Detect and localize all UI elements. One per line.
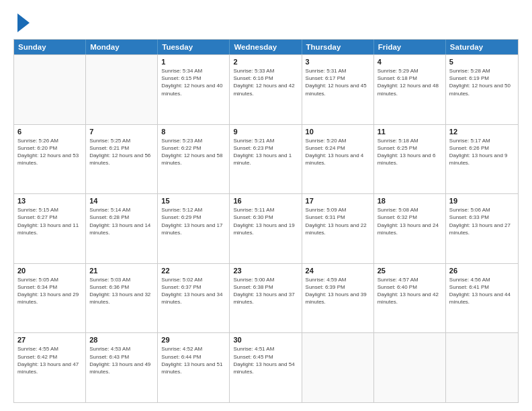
calendar-cell: 4Sunrise: 5:29 AM Sunset: 6:18 PM Daylig… [374,55,446,124]
day-number: 1 [161,58,226,66]
calendar-row: 13Sunrise: 5:15 AM Sunset: 6:27 PM Dayli… [14,193,518,263]
day-info: Sunrise: 5:28 AM Sunset: 6:19 PM Dayligh… [449,67,515,97]
day-number: 30 [233,336,298,344]
day-info: Sunrise: 5:05 AM Sunset: 6:34 PM Dayligh… [17,276,82,306]
calendar-header-row: SundayMondayTuesdayWednesdayThursdayFrid… [14,40,518,54]
calendar-cell: 24Sunrise: 4:59 AM Sunset: 6:39 PM Dayli… [302,264,374,333]
calendar-row: 6Sunrise: 5:26 AM Sunset: 6:20 PM Daylig… [14,124,518,194]
day-number: 13 [17,197,82,205]
day-info: Sunrise: 5:31 AM Sunset: 6:17 PM Dayligh… [306,67,370,97]
day-number: 10 [306,128,370,136]
day-info: Sunrise: 4:55 AM Sunset: 6:42 PM Dayligh… [17,345,82,375]
day-info: Sunrise: 4:57 AM Sunset: 6:40 PM Dayligh… [378,276,442,306]
day-number: 21 [89,267,154,275]
calendar-cell: 19Sunrise: 5:06 AM Sunset: 6:33 PM Dayli… [446,194,518,263]
calendar-header-cell: Friday [374,40,446,54]
calendar-cell: 17Sunrise: 5:09 AM Sunset: 6:31 PM Dayli… [302,194,374,263]
day-info: Sunrise: 5:02 AM Sunset: 6:37 PM Dayligh… [161,276,226,306]
page: SundayMondayTuesdayWednesdayThursdayFrid… [0,0,532,411]
day-number: 16 [233,197,298,205]
day-number: 28 [89,336,154,344]
day-number: 29 [161,336,226,344]
calendar-cell: 22Sunrise: 5:02 AM Sunset: 6:37 PM Dayli… [158,264,230,333]
calendar-cell: 5Sunrise: 5:28 AM Sunset: 6:19 PM Daylig… [446,55,518,124]
day-info: Sunrise: 4:51 AM Sunset: 6:45 PM Dayligh… [233,345,298,375]
calendar-cell-empty [302,333,374,402]
day-info: Sunrise: 5:34 AM Sunset: 6:15 PM Dayligh… [161,67,226,97]
calendar-header-cell: Thursday [302,40,374,54]
day-info: Sunrise: 4:52 AM Sunset: 6:44 PM Dayligh… [161,345,226,375]
calendar-cell-empty [446,333,518,402]
day-number: 8 [161,128,226,136]
calendar-body: 1Sunrise: 5:34 AM Sunset: 6:15 PM Daylig… [14,54,518,402]
calendar-cell: 29Sunrise: 4:52 AM Sunset: 6:44 PM Dayli… [158,333,230,402]
calendar-cell: 30Sunrise: 4:51 AM Sunset: 6:45 PM Dayli… [230,333,302,402]
calendar-cell: 9Sunrise: 5:21 AM Sunset: 6:23 PM Daylig… [230,125,302,194]
day-number: 15 [161,197,226,205]
day-info: Sunrise: 4:53 AM Sunset: 6:43 PM Dayligh… [89,345,154,375]
calendar-cell: 18Sunrise: 5:08 AM Sunset: 6:32 PM Dayli… [374,194,446,263]
calendar-cell: 25Sunrise: 4:57 AM Sunset: 6:40 PM Dayli… [374,264,446,333]
day-number: 7 [89,128,154,136]
day-number: 26 [449,267,515,275]
logo [13,12,30,32]
day-info: Sunrise: 5:23 AM Sunset: 6:22 PM Dayligh… [161,137,226,167]
calendar-cell: 26Sunrise: 4:56 AM Sunset: 6:41 PM Dayli… [446,264,518,333]
day-number: 6 [17,128,82,136]
calendar-cell: 14Sunrise: 5:14 AM Sunset: 6:28 PM Dayli… [86,194,158,263]
day-number: 17 [306,197,370,205]
calendar-header-cell: Saturday [446,40,518,54]
day-number: 12 [449,128,515,136]
day-info: Sunrise: 5:00 AM Sunset: 6:38 PM Dayligh… [233,276,298,306]
calendar-cell: 27Sunrise: 4:55 AM Sunset: 6:42 PM Dayli… [14,333,86,402]
header [13,12,519,32]
day-number: 5 [449,58,515,66]
calendar-cell: 12Sunrise: 5:17 AM Sunset: 6:26 PM Dayli… [446,125,518,194]
day-number: 14 [89,197,154,205]
day-info: Sunrise: 5:18 AM Sunset: 6:25 PM Dayligh… [378,137,442,167]
calendar-cell: 10Sunrise: 5:20 AM Sunset: 6:24 PM Dayli… [302,125,374,194]
calendar-header-cell: Sunday [14,40,86,54]
day-number: 24 [306,267,370,275]
calendar-cell: 8Sunrise: 5:23 AM Sunset: 6:22 PM Daylig… [158,125,230,194]
calendar-cell: 3Sunrise: 5:31 AM Sunset: 6:17 PM Daylig… [302,55,374,124]
calendar-cell: 20Sunrise: 5:05 AM Sunset: 6:34 PM Dayli… [14,264,86,333]
day-info: Sunrise: 5:03 AM Sunset: 6:36 PM Dayligh… [89,276,154,306]
calendar-row: 27Sunrise: 4:55 AM Sunset: 6:42 PM Dayli… [14,332,518,402]
day-info: Sunrise: 5:29 AM Sunset: 6:18 PM Dayligh… [378,67,442,97]
calendar-cell: 6Sunrise: 5:26 AM Sunset: 6:20 PM Daylig… [14,125,86,194]
day-info: Sunrise: 4:56 AM Sunset: 6:41 PM Dayligh… [449,276,515,306]
day-number: 27 [17,336,82,344]
calendar-cell: 2Sunrise: 5:33 AM Sunset: 6:16 PM Daylig… [230,55,302,124]
calendar-row: 1Sunrise: 5:34 AM Sunset: 6:15 PM Daylig… [14,54,518,124]
calendar-cell: 1Sunrise: 5:34 AM Sunset: 6:15 PM Daylig… [158,55,230,124]
calendar-cell-empty [14,55,86,124]
calendar-cell: 7Sunrise: 5:25 AM Sunset: 6:21 PM Daylig… [86,125,158,194]
calendar-cell-empty [374,333,446,402]
calendar-header-cell: Monday [86,40,158,54]
day-number: 9 [233,128,298,136]
calendar-row: 20Sunrise: 5:05 AM Sunset: 6:34 PM Dayli… [14,263,518,333]
day-number: 25 [378,267,442,275]
day-info: Sunrise: 5:26 AM Sunset: 6:20 PM Dayligh… [17,137,82,167]
calendar-cell-empty [86,55,158,124]
day-info: Sunrise: 5:20 AM Sunset: 6:24 PM Dayligh… [306,137,370,167]
day-info: Sunrise: 4:59 AM Sunset: 6:39 PM Dayligh… [306,276,370,306]
day-info: Sunrise: 5:06 AM Sunset: 6:33 PM Dayligh… [449,206,515,236]
day-info: Sunrise: 5:17 AM Sunset: 6:26 PM Dayligh… [449,137,515,167]
day-info: Sunrise: 5:15 AM Sunset: 6:27 PM Dayligh… [17,206,82,236]
calendar-header-cell: Tuesday [158,40,230,54]
calendar-cell: 15Sunrise: 5:12 AM Sunset: 6:29 PM Dayli… [158,194,230,263]
day-info: Sunrise: 5:09 AM Sunset: 6:31 PM Dayligh… [306,206,370,236]
day-info: Sunrise: 5:11 AM Sunset: 6:30 PM Dayligh… [233,206,298,236]
day-number: 20 [17,267,82,275]
day-info: Sunrise: 5:21 AM Sunset: 6:23 PM Dayligh… [233,137,298,167]
day-info: Sunrise: 5:25 AM Sunset: 6:21 PM Dayligh… [89,137,154,167]
day-info: Sunrise: 5:08 AM Sunset: 6:32 PM Dayligh… [378,206,442,236]
calendar-cell: 28Sunrise: 4:53 AM Sunset: 6:43 PM Dayli… [86,333,158,402]
day-info: Sunrise: 5:14 AM Sunset: 6:28 PM Dayligh… [89,206,154,236]
day-number: 4 [378,58,442,66]
day-info: Sunrise: 5:33 AM Sunset: 6:16 PM Dayligh… [233,67,298,97]
calendar-cell: 16Sunrise: 5:11 AM Sunset: 6:30 PM Dayli… [230,194,302,263]
day-number: 19 [449,197,515,205]
